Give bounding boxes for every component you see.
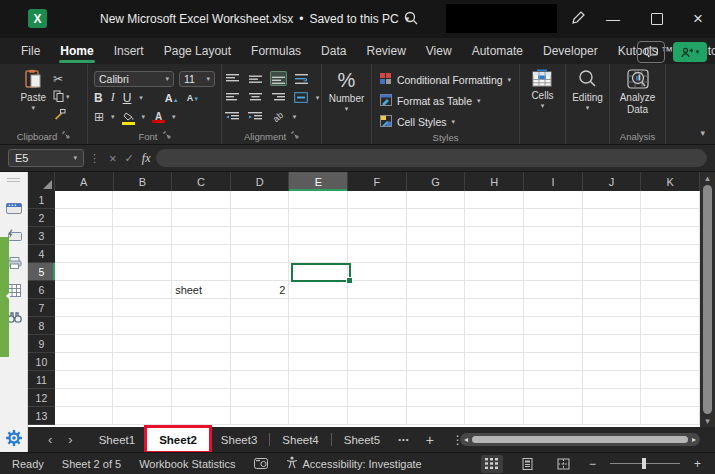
borders-button[interactable]: ⊞ bbox=[94, 110, 104, 124]
cell-b10[interactable] bbox=[113, 353, 172, 371]
zoom-in-button[interactable]: + bbox=[694, 457, 701, 471]
cell-c10[interactable] bbox=[172, 353, 231, 371]
horizontal-scrollbar[interactable]: ◂ ▸ bbox=[460, 433, 700, 446]
cell-h11[interactable] bbox=[465, 371, 524, 389]
next-sheet-icon[interactable]: › bbox=[68, 432, 72, 447]
cell-h7[interactable] bbox=[465, 299, 524, 317]
cell-a7[interactable] bbox=[55, 299, 114, 317]
pane-handle[interactable] bbox=[7, 178, 20, 182]
cell-b8[interactable] bbox=[113, 317, 172, 335]
sheet-tab-sheet3[interactable]: Sheet3 bbox=[209, 427, 269, 452]
normal-view-button[interactable] bbox=[481, 455, 503, 473]
cell-a11[interactable] bbox=[55, 371, 114, 389]
excel-logo-icon[interactable]: X bbox=[28, 9, 47, 28]
cell-k12[interactable] bbox=[641, 389, 700, 407]
cell-j6[interactable] bbox=[583, 281, 642, 299]
cell-k7[interactable] bbox=[641, 299, 700, 317]
cell-c3[interactable] bbox=[172, 227, 231, 245]
name-box[interactable]: E5 ▾ bbox=[8, 149, 84, 167]
cell-b2[interactable] bbox=[113, 209, 172, 227]
cell-d6[interactable]: 2 bbox=[231, 281, 290, 299]
cell-h8[interactable] bbox=[465, 317, 524, 335]
cell-e11[interactable] bbox=[289, 371, 348, 389]
cell-d4[interactable] bbox=[231, 245, 290, 263]
alignment-dialog-launcher[interactable] bbox=[291, 131, 299, 141]
ribbon-tab-view[interactable]: View bbox=[417, 38, 461, 64]
cell-i5[interactable] bbox=[524, 263, 583, 281]
cell-c9[interactable] bbox=[172, 335, 231, 353]
cell-a9[interactable] bbox=[55, 335, 114, 353]
align-middle-button[interactable] bbox=[247, 71, 264, 86]
column-header-d[interactable]: D bbox=[231, 172, 290, 191]
align-left-button[interactable] bbox=[224, 90, 241, 105]
column-header-e[interactable]: E bbox=[289, 172, 348, 191]
align-top-button[interactable] bbox=[224, 71, 241, 86]
search-icon[interactable] bbox=[403, 10, 419, 29]
cell-i1[interactable] bbox=[524, 191, 583, 209]
cell-k10[interactable] bbox=[641, 353, 700, 371]
align-right-button[interactable] bbox=[270, 90, 287, 105]
cell-g1[interactable] bbox=[407, 191, 466, 209]
merge-center-button[interactable] bbox=[293, 90, 310, 105]
column-header-i[interactable]: I bbox=[524, 172, 583, 191]
sheet-tab-sheet2[interactable]: Sheet2 bbox=[147, 427, 209, 452]
prev-sheet-icon[interactable]: ‹ bbox=[48, 432, 52, 447]
comments-button[interactable] bbox=[637, 41, 665, 63]
add-sheet-button[interactable]: + bbox=[426, 432, 434, 448]
cell-j7[interactable] bbox=[583, 299, 642, 317]
cell-f8[interactable] bbox=[348, 317, 407, 335]
row-header-11[interactable]: 11 bbox=[28, 371, 55, 389]
cell-a3[interactable] bbox=[55, 227, 114, 245]
accessibility-status[interactable]: Accessibility: Investigate bbox=[286, 456, 422, 471]
collapse-ribbon-icon[interactable]: ▾ bbox=[700, 128, 705, 138]
column-header-c[interactable]: C bbox=[172, 172, 231, 191]
cell-b13[interactable] bbox=[113, 407, 172, 425]
align-bottom-button[interactable] bbox=[270, 71, 287, 86]
cell-h10[interactable] bbox=[465, 353, 524, 371]
editing-button[interactable]: Editing ▾ bbox=[569, 69, 606, 128]
cell-a10[interactable] bbox=[55, 353, 114, 371]
cell-b6[interactable] bbox=[113, 281, 172, 299]
vertical-scrollbar[interactable]: ▴ ▾ bbox=[700, 172, 715, 427]
fill-color-button[interactable] bbox=[122, 108, 135, 125]
increase-indent-button[interactable] bbox=[247, 109, 264, 124]
cell-g9[interactable] bbox=[407, 335, 466, 353]
ribbon-tab-file[interactable]: File bbox=[12, 38, 49, 64]
cell-f1[interactable] bbox=[348, 191, 407, 209]
ribbon-tab-home[interactable]: Home bbox=[51, 38, 102, 64]
cell-c8[interactable] bbox=[172, 317, 231, 335]
row-header-5[interactable]: 5 bbox=[28, 263, 55, 281]
zoom-slider[interactable] bbox=[610, 463, 680, 464]
cell-h6[interactable] bbox=[465, 281, 524, 299]
row-header-4[interactable]: 4 bbox=[28, 245, 55, 263]
scroll-down-icon[interactable]: ▾ bbox=[705, 415, 710, 427]
workbook-pane-icon[interactable] bbox=[5, 200, 23, 216]
font-name-select[interactable]: Calibri▾ bbox=[94, 71, 174, 87]
underline-chevron-icon[interactable]: ▾ bbox=[139, 94, 143, 102]
cell-i8[interactable] bbox=[524, 317, 583, 335]
cell-f11[interactable] bbox=[348, 371, 407, 389]
italic-button[interactable]: I bbox=[111, 90, 115, 105]
cell-d12[interactable] bbox=[231, 389, 290, 407]
cell-b1[interactable] bbox=[113, 191, 172, 209]
ribbon-tab-page-layout[interactable]: Page Layout bbox=[155, 38, 240, 64]
page-layout-view-button[interactable] bbox=[517, 455, 539, 473]
cut-button[interactable]: ✂ bbox=[53, 71, 63, 86]
cell-a13[interactable] bbox=[55, 407, 114, 425]
ribbon-tab-formulas[interactable]: Formulas bbox=[242, 38, 310, 64]
cell-styles-button[interactable]: Cell Styles ▾ bbox=[380, 113, 511, 130]
cell-j1[interactable] bbox=[583, 191, 642, 209]
more-sheets-icon[interactable]: ••• bbox=[398, 435, 409, 444]
row-header-6[interactable]: 6 bbox=[28, 281, 55, 299]
cell-k1[interactable] bbox=[641, 191, 700, 209]
cell-h5[interactable] bbox=[465, 263, 524, 281]
fill-handle[interactable] bbox=[346, 277, 353, 284]
row-header-13[interactable]: 13 bbox=[28, 407, 55, 425]
column-header-j[interactable]: J bbox=[583, 172, 642, 191]
cell-j11[interactable] bbox=[583, 371, 642, 389]
maximize-button[interactable] bbox=[637, 0, 677, 38]
cell-a6[interactable] bbox=[55, 281, 114, 299]
ribbon-tab-automate[interactable]: Automate bbox=[463, 38, 532, 64]
cell-c2[interactable] bbox=[172, 209, 231, 227]
number-format-button[interactable]: % Number ▾ bbox=[326, 69, 368, 128]
